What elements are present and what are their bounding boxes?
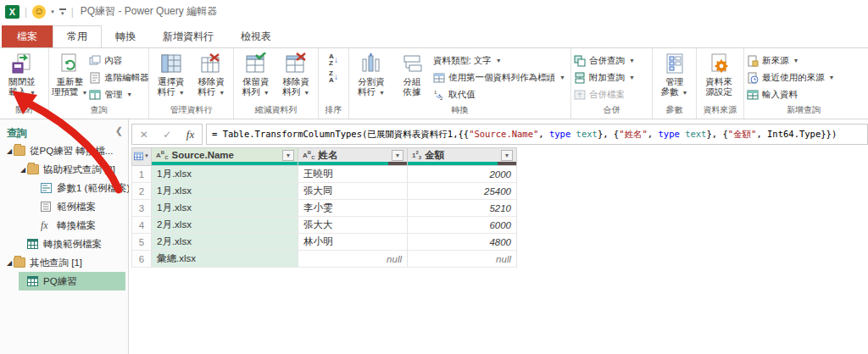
collapse-pane-icon[interactable]: ❮ bbox=[115, 125, 123, 136]
table-cell[interactable]: 25400 bbox=[408, 183, 517, 200]
smiley-dropdown-icon[interactable]: ▾ bbox=[51, 8, 54, 15]
table-cell[interactable]: 張大大 bbox=[298, 217, 408, 234]
table-cell[interactable]: 1月.xlsx bbox=[152, 166, 298, 183]
close-and-load-button[interactable]: 關閉並 載入 ▼ bbox=[3, 50, 42, 98]
replace-values-button[interactable]: 1 2 取代值 bbox=[433, 87, 565, 102]
new-source-button[interactable]: 新來源▼ bbox=[747, 53, 834, 68]
refresh-preview-icon bbox=[58, 53, 81, 75]
use-first-row-as-headers-button[interactable]: 使用第一個資料列作為標頭▼ bbox=[433, 70, 565, 85]
table-cell[interactable]: 林小明 bbox=[298, 234, 408, 251]
group-by-button[interactable]: 分組 依據 bbox=[392, 50, 431, 97]
tree-expander-icon[interactable]: ◢ bbox=[19, 166, 27, 174]
column-quality-bar bbox=[408, 162, 516, 165]
formula-bar-input[interactable]: = Table.TransformColumnTypes(已展開資料表資料行1,… bbox=[206, 124, 868, 145]
query-tree-item-協助程式查詢-3-[interactable]: ◢協助程式查詢 [3] bbox=[0, 160, 129, 179]
remove-columns-button[interactable]: 移除資 料行 ▼ bbox=[192, 50, 231, 98]
table-cell[interactable]: 5210 bbox=[408, 200, 517, 217]
group-label-manage-columns: 管理資料行 bbox=[152, 102, 231, 119]
tab-view[interactable]: 檢視表 bbox=[227, 25, 285, 47]
tree-expander-icon[interactable]: ◢ bbox=[5, 259, 14, 267]
query-tree-item-label: 範例檔案 bbox=[57, 201, 96, 213]
number-type-icon[interactable]: 123 bbox=[412, 149, 421, 161]
data-type-button[interactable]: 資料類型: 文字▼ bbox=[433, 53, 565, 68]
ribbon-group-close: 關閉並 載入 ▼ 關閉 bbox=[0, 48, 49, 119]
refresh-preview-button[interactable]: 重新整 理預覽 ▼ bbox=[52, 50, 87, 98]
feedback-smiley-icon[interactable]: ☺ bbox=[32, 5, 46, 19]
advanced-editor-icon bbox=[89, 72, 101, 84]
properties-button[interactable]: 內容 bbox=[89, 53, 149, 68]
combine-files-button: 合併檔案 bbox=[574, 87, 635, 102]
table-cell[interactable]: null bbox=[298, 251, 408, 268]
group-label-transform: 轉換 bbox=[352, 102, 568, 119]
table-cell[interactable]: 2000 bbox=[408, 166, 517, 183]
title-bar: X | ☺ ▾ ▼ | PQ練習 - Power Query 編輯器 bbox=[0, 0, 868, 23]
query-tree-item-轉換檔案[interactable]: fx轉換檔案 bbox=[0, 216, 129, 235]
table-cell[interactable]: 2月.xlsx bbox=[152, 234, 298, 251]
query-tree-item-範例檔案[interactable]: 範例檔案 bbox=[0, 197, 129, 216]
divider: | bbox=[25, 6, 27, 18]
data-source-settings-button[interactable]: 資料來 源設定 bbox=[699, 50, 738, 97]
sort-ascending-button[interactable]: AZ↓ bbox=[329, 53, 338, 67]
table-row: 11月.xlsx王曉明2000 bbox=[131, 166, 517, 183]
table-cell[interactable]: 李小雯 bbox=[298, 200, 408, 217]
svg-text:1: 1 bbox=[434, 90, 437, 95]
manage-button[interactable]: 管理▼ bbox=[89, 87, 149, 102]
table-cell[interactable]: 張大同 bbox=[298, 183, 408, 200]
table-cell[interactable]: 2月.xlsx bbox=[152, 217, 298, 234]
query-tree-item-從PQ練習-轉換檔-[interactable]: ◢從PQ練習 轉換檔... bbox=[0, 141, 129, 160]
text-type-icon[interactable]: ABC bbox=[156, 149, 168, 161]
keep-rows-button[interactable]: 保留資 料列 ▼ bbox=[236, 50, 275, 98]
append-queries-button[interactable]: 附加查詢▼ bbox=[574, 70, 635, 85]
query-tree-item-轉換範例檔案[interactable]: 轉換範例檔案 bbox=[0, 235, 129, 253]
choose-columns-button[interactable]: 選擇資 料行 ▼ bbox=[152, 50, 191, 98]
tab-home[interactable]: 常用 bbox=[53, 25, 102, 47]
table-cell[interactable]: null bbox=[408, 251, 517, 268]
sort-descending-button[interactable]: ZA↓ bbox=[329, 70, 338, 84]
remove-rows-button[interactable]: 移除資 料列 ▼ bbox=[277, 50, 316, 98]
formula-fx-icon: fx bbox=[186, 128, 194, 141]
quick-access-toolbar-customize-icon[interactable]: ▼ bbox=[59, 8, 66, 15]
tree-expander-icon[interactable]: ◢ bbox=[5, 147, 14, 155]
row-number-cell[interactable]: 5 bbox=[131, 234, 152, 251]
table-cell[interactable]: 王曉明 bbox=[298, 166, 408, 183]
query-tree-item-其他查詢-1-[interactable]: ◢其他查詢 [1] bbox=[0, 253, 129, 272]
table-cell[interactable]: 彙總.xlsx bbox=[152, 251, 298, 268]
column-header-姓名[interactable]: ABC姓名▼ bbox=[298, 147, 408, 166]
formula-segment: "姓名" bbox=[619, 129, 648, 139]
quality-valid-segment bbox=[298, 162, 388, 165]
filter-dropdown-icon[interactable]: ▼ bbox=[282, 150, 294, 161]
formula-accept-icon[interactable]: ✓ bbox=[163, 129, 171, 141]
text-type-icon[interactable]: ABC bbox=[303, 149, 314, 161]
query-tree-item-label: 其他查詢 [1] bbox=[30, 257, 82, 269]
filter-dropdown-icon[interactable]: ▼ bbox=[501, 150, 513, 161]
enter-data-icon bbox=[747, 89, 759, 101]
function-icon: fx bbox=[41, 220, 53, 230]
column-header-金額[interactable]: 123金額▼ bbox=[408, 147, 517, 166]
tab-transform[interactable]: 轉換 bbox=[102, 25, 149, 47]
tab-file[interactable]: 檔案 bbox=[2, 25, 53, 47]
enter-data-button[interactable]: 輸入資料 bbox=[747, 87, 834, 102]
split-column-button[interactable]: 分割資 料行 ▼ bbox=[352, 50, 391, 98]
table-cell[interactable]: 4800 bbox=[408, 234, 517, 251]
column-header-Source.Name[interactable]: ABCSource.Name▼ bbox=[152, 147, 298, 166]
advanced-editor-button[interactable]: 進階編輯器 bbox=[89, 70, 149, 85]
formula-segment: , bbox=[538, 129, 549, 139]
row-number-cell[interactable]: 2 bbox=[131, 183, 152, 200]
select-all-corner-cell[interactable]: ▼ bbox=[131, 147, 152, 166]
row-number-cell[interactable]: 1 bbox=[131, 166, 152, 183]
query-tree-item-參數1-範例檔案-[interactable]: 參數1 (範例檔案) bbox=[0, 179, 129, 197]
row-number-cell[interactable]: 3 bbox=[131, 200, 152, 217]
table-cell[interactable]: 1月.xlsx bbox=[152, 200, 298, 217]
filter-dropdown-icon[interactable]: ▼ bbox=[392, 150, 403, 161]
merge-queries-button[interactable]: 合併查詢▼ bbox=[574, 53, 635, 68]
query-tree-item-PQ練習[interactable]: PQ練習 bbox=[19, 272, 125, 290]
tab-add-column[interactable]: 新增資料行 bbox=[149, 25, 227, 47]
formula-cancel-icon[interactable]: ✕ bbox=[140, 129, 148, 141]
manage-parameters-button[interactable]: 管理 參數 ▼ bbox=[655, 50, 693, 98]
group-label-new-query: 新增查詢 bbox=[747, 102, 860, 119]
row-number-cell[interactable]: 4 bbox=[131, 217, 152, 234]
table-cell[interactable]: 1月.xlsx bbox=[152, 183, 298, 200]
recent-sources-button[interactable]: 最近使用的來源▼ bbox=[747, 70, 834, 85]
row-number-cell[interactable]: 6 bbox=[131, 251, 152, 268]
table-cell[interactable]: 6000 bbox=[408, 217, 517, 234]
